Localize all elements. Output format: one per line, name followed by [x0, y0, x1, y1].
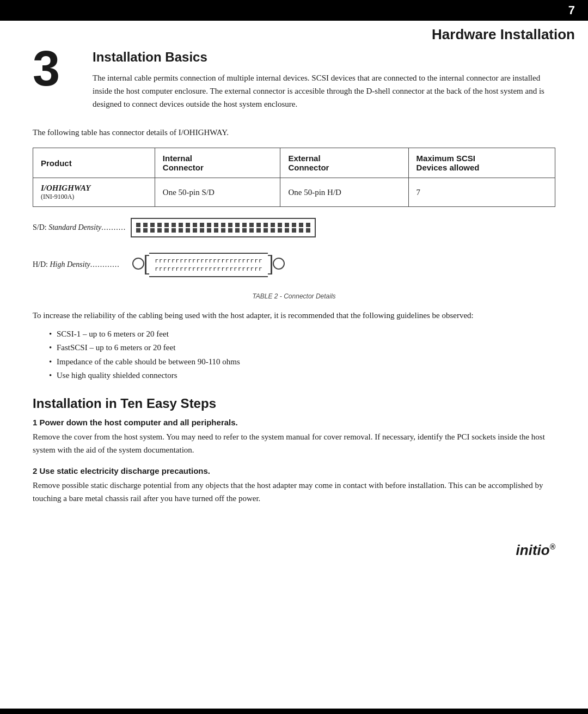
th-internal: InternalConnector	[155, 148, 280, 178]
sd-dot	[242, 223, 247, 227]
sd-dot	[285, 228, 289, 233]
sd-dot	[164, 223, 169, 227]
td-external: One 50-pin H/D	[280, 178, 408, 207]
sd-dot	[221, 228, 225, 233]
sd-dot	[200, 223, 204, 227]
sd-dot	[193, 223, 197, 227]
sd-dot	[207, 223, 211, 227]
sd-dot	[299, 228, 303, 233]
chapter-content: Installation Basics The internal cable p…	[93, 50, 555, 116]
step2-body: Remove possible static discharge potenti…	[33, 479, 555, 505]
sd-dot	[143, 228, 148, 233]
sd-dot	[207, 228, 211, 233]
sd-dot	[171, 228, 176, 233]
section2: Installation in Ten Easy Steps 1 Power d…	[33, 396, 555, 505]
logo-text: initio	[516, 542, 550, 558]
sd-dot	[143, 223, 148, 227]
list-item: Impedance of the cable should be between…	[49, 355, 555, 369]
page-number: 7	[568, 3, 575, 17]
th-product: Product	[33, 148, 155, 178]
td-internal: One 50-pin S/D	[155, 178, 280, 207]
list-item: FastSCSI – up to 6 meters or 20 feet	[49, 341, 555, 355]
sd-dot	[214, 223, 218, 227]
section2-title: Installation in Ten Easy Steps	[33, 396, 555, 411]
sd-dot	[278, 228, 282, 233]
sd-dot	[179, 228, 183, 233]
sd-dot	[193, 228, 197, 233]
sd-dot	[242, 228, 247, 233]
sd-dot	[179, 223, 183, 227]
sd-dot	[299, 223, 303, 227]
svg-point-0	[133, 258, 144, 269]
hd-body: rrrrrrrrrrrrrrrrrrrrrrrrrr rrrrrrrrrrrrr…	[149, 253, 268, 277]
sd-dot	[306, 228, 310, 233]
sd-dot	[292, 223, 296, 227]
sd-dot	[249, 228, 254, 233]
td-max: 7	[408, 178, 555, 207]
sd-dot	[171, 223, 176, 227]
hd-connector-wrapper: rrrrrrrrrrrrrrrrrrrrrrrrrr rrrrrrrrrrrrr…	[131, 253, 286, 277]
connector-diagrams: S/D: Standard Density..........	[33, 218, 555, 277]
sd-dot	[271, 228, 275, 233]
sd-dot	[150, 223, 155, 227]
hd-row-top: rrrrrrrrrrrrrrrrrrrrrrrrrr	[155, 257, 262, 265]
step-2: 2 Use static electricity discharge preca…	[33, 466, 555, 505]
sd-dot	[264, 223, 268, 227]
sd-dot	[235, 228, 240, 233]
sd-connector	[131, 218, 316, 237]
chapter-number: 3	[33, 44, 82, 93]
logo-trademark: ®	[550, 542, 555, 551]
section1-body1: The internal cable permits connection of…	[93, 71, 555, 111]
sd-dot	[136, 228, 140, 233]
section1-body2: The following table has connector detail…	[33, 126, 555, 139]
hd-right-circle	[271, 253, 286, 274]
sd-dot	[278, 223, 282, 227]
sd-dot	[136, 223, 140, 227]
sd-diagram-row: S/D: Standard Density..........	[33, 218, 555, 237]
sd-dot	[186, 223, 190, 227]
sd-dot	[306, 223, 310, 227]
th-external: ExternalConnector	[280, 148, 408, 178]
hd-left-circle	[131, 253, 146, 274]
sd-dot	[228, 228, 232, 233]
sd-dot	[256, 228, 261, 233]
hd-row-bottom: rrrrrrrrrrrrrrrrrrrrrrrrrr	[155, 265, 262, 273]
chapter-header: 3 Installation Basics The internal cable…	[33, 50, 555, 116]
sd-dot	[157, 228, 162, 233]
sd-dot	[249, 223, 254, 227]
top-bar: 7	[0, 0, 588, 21]
sd-dot	[285, 223, 289, 227]
connector-table: Product InternalConnector ExternalConnec…	[33, 148, 555, 207]
sd-dot	[157, 223, 162, 227]
step2-heading: 2 Use static electricity discharge preca…	[33, 466, 555, 475]
table-caption: TABLE 2 - Connector Details	[33, 292, 555, 300]
hd-label: H/D: High Density............	[33, 260, 131, 269]
bullet-list: SCSI-1 – up to 6 meters or 20 feet FastS…	[49, 327, 555, 383]
sd-dot	[271, 223, 275, 227]
sd-dot	[164, 228, 169, 233]
section1-title: Installation Basics	[93, 50, 555, 65]
sd-dot	[235, 223, 240, 227]
bottom-bar	[0, 709, 588, 714]
table-row: I/OHIGHWAY (INI-9100A) One 50-pin S/D On…	[33, 178, 555, 207]
sd-dot	[186, 228, 190, 233]
list-item: Use high quality shielded connectors	[49, 369, 555, 383]
sd-row-top	[136, 223, 310, 227]
sd-dot	[256, 223, 261, 227]
td-product: I/OHIGHWAY (INI-9100A)	[33, 178, 155, 207]
svg-point-1	[273, 258, 284, 269]
steps: 1 Power down the host computer and all p…	[33, 418, 555, 505]
sd-dot	[292, 228, 296, 233]
sd-label: S/D: Standard Density..........	[33, 223, 131, 232]
sd-dot	[200, 228, 204, 233]
main-content: 3 Installation Basics The internal cable…	[0, 50, 588, 536]
sd-dot	[228, 223, 232, 227]
page-title: Hardware Installation	[0, 21, 588, 50]
step-1: 1 Power down the host computer and all p…	[33, 418, 555, 456]
list-item: SCSI-1 – up to 6 meters or 20 feet	[49, 327, 555, 341]
sd-dot	[214, 228, 218, 233]
step1-body: Remove the cover from the host system. Y…	[33, 430, 555, 456]
sd-dot	[221, 223, 225, 227]
td-product-sub: (INI-9100A)	[41, 193, 147, 201]
sd-row-bottom	[136, 228, 310, 233]
